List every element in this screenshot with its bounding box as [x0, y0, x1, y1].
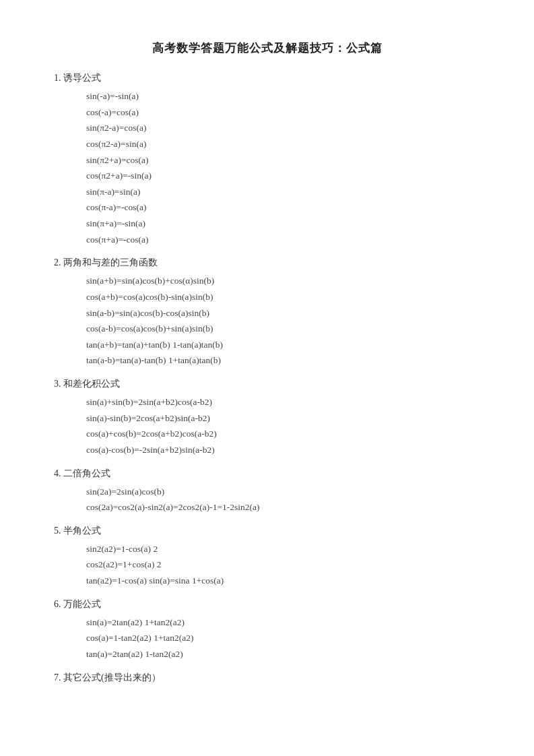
section-5-formulas: sin2(a2)=1-cos(a) 2cos2(a2)=1+cos(a) 2ta… — [86, 541, 480, 589]
formula-item: sin(a)=2tan(a2) 1+tan2(a2) — [86, 615, 480, 631]
section-2-formulas: sin(a+b)=sin(a)cos(b)+cos(α)sin(b)cos(a+… — [86, 273, 480, 369]
formula-item: cos(a)-cos(b)=-2sin(a+b2)sin(a-b2) — [86, 442, 480, 458]
formula-item: cos(π+a)=-cos(a) — [86, 232, 480, 248]
formula-item: cos2(a2)=1+cos(a) 2 — [86, 557, 480, 573]
formula-item: cos(π2-a)=sin(a) — [86, 136, 480, 152]
formula-item: sin(a)+sin(b)=2sin(a+b2)cos(a-b2) — [86, 394, 480, 410]
formula-item: tan(a-b)=tan(a)-tan(b) 1+tan(a)tan(b) — [86, 352, 480, 369]
section-4-formulas: sin(2a)=2sin(a)cos(b)cos(2a)=cos2(a)-sin… — [86, 484, 480, 515]
page-title: 高考数学答题万能公式及解题技巧：公式篇 — [54, 40, 480, 56]
section-3: 3. 和差化积公式sin(a)+sin(b)=2sin(a+b2)cos(a-b… — [54, 378, 480, 458]
section-6: 6. 万能公式sin(a)=2tan(a2) 1+tan2(a2)cos(a)=… — [54, 598, 480, 662]
section-6-formulas: sin(a)=2tan(a2) 1+tan2(a2)cos(a)=1-tan2(… — [86, 615, 480, 662]
formula-item: cos(π2+a)=-sin(a) — [86, 168, 480, 184]
section-2: 2. 两角和与差的三角函数sin(a+b)=sin(a)cos(b)+cos(α… — [54, 257, 480, 369]
formula-item: tan(a2)=1-cos(a) sin(a)=sina 1+cos(a) — [86, 573, 480, 589]
section-7-header: 7. 其它公式(推导出来的） — [54, 672, 480, 684]
section-1-header: 1. 诱导公式 — [54, 72, 480, 84]
formula-item: cos(-a)=cos(a) — [86, 104, 480, 121]
formula-item: cos(π-a)=-cos(a) — [86, 199, 480, 216]
formula-item: sin2(a2)=1-cos(a) 2 — [86, 541, 480, 557]
section-3-header: 3. 和差化积公式 — [54, 378, 480, 390]
formula-item: sin(π2+a)=cos(a) — [86, 152, 480, 168]
formula-item: tan(a+b)=tan(a)+tan(b) 1-tan(a)tan(b) — [86, 337, 480, 353]
formula-item: cos(a-b)=cos(a)cos(b)+sin(a)sin(b) — [86, 321, 480, 337]
section-6-header: 6. 万能公式 — [54, 598, 480, 610]
formula-item: sin(π-a)=sin(a) — [86, 184, 480, 200]
content-body: 1. 诱导公式sin(-a)=-sin(a)cos(-a)=cos(a)sin(… — [54, 72, 480, 684]
section-2-header: 2. 两角和与差的三角函数 — [54, 257, 480, 269]
formula-item: sin(-a)=-sin(a) — [86, 88, 480, 104]
section-4: 4. 二倍角公式sin(2a)=2sin(a)cos(b)cos(2a)=cos… — [54, 468, 480, 515]
formula-item: sin(a+b)=sin(a)cos(b)+cos(α)sin(b) — [86, 273, 480, 289]
section-1-formulas: sin(-a)=-sin(a)cos(-a)=cos(a)sin(π2-a)=c… — [86, 88, 480, 247]
formula-item: cos(a)=1-tan2(a2) 1+tan2(a2) — [86, 630, 480, 646]
formula-item: sin(2a)=2sin(a)cos(b) — [86, 484, 480, 500]
section-7: 7. 其它公式(推导出来的） — [54, 672, 480, 684]
formula-item: sin(a)-sin(b)=2cos(a+b2)sin(a-b2) — [86, 410, 480, 427]
section-4-header: 4. 二倍角公式 — [54, 468, 480, 480]
formula-item: cos(a+b)=cos(a)cos(b)-sin(a)sin(b) — [86, 289, 480, 305]
formula-item: cos(a)+cos(b)=2cos(a+b2)cos(a-b2) — [86, 426, 480, 442]
section-1: 1. 诱导公式sin(-a)=-sin(a)cos(-a)=cos(a)sin(… — [54, 72, 480, 247]
section-5-header: 5. 半角公式 — [54, 525, 480, 537]
formula-item: sin(a-b)=sin(a)cos(b)-cos(a)sin(b) — [86, 305, 480, 321]
formula-item: cos(2a)=cos2(a)-sin2(a)=2cos2(a)-1=1-2si… — [86, 499, 480, 515]
section-3-formulas: sin(a)+sin(b)=2sin(a+b2)cos(a-b2)sin(a)-… — [86, 394, 480, 458]
formula-item: sin(π+a)=-sin(a) — [86, 216, 480, 232]
formula-item: sin(π2-a)=cos(a) — [86, 120, 480, 136]
section-5: 5. 半角公式sin2(a2)=1-cos(a) 2cos2(a2)=1+cos… — [54, 525, 480, 589]
formula-item: tan(a)=2tan(a2) 1-tan2(a2) — [86, 646, 480, 662]
